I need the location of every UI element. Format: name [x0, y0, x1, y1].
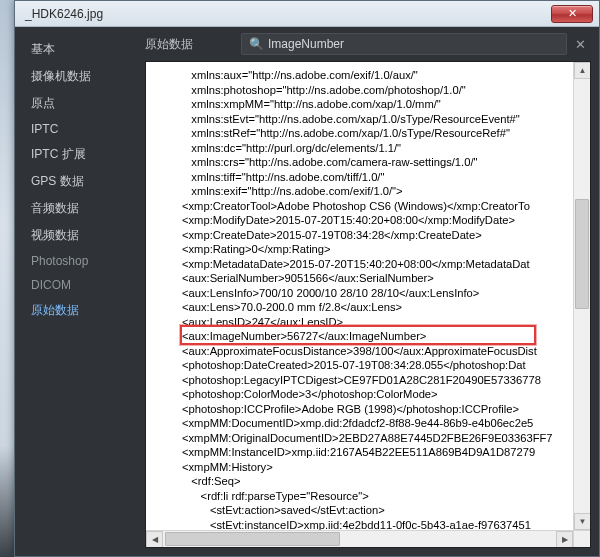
sidebar-label: IPTC — [31, 122, 58, 136]
sidebar-label: 视频数据 — [31, 228, 79, 242]
vscroll-track[interactable] — [574, 79, 590, 513]
window-body: 基本 摄像机数据 原点 IPTC IPTC 扩展 GPS 数据 音频数据 视频数… — [15, 27, 599, 556]
sidebar-item-photoshop[interactable]: Photoshop — [25, 250, 137, 272]
window-title: _HDK6246.jpg — [21, 7, 551, 21]
sidebar-item-video[interactable]: 视频数据 — [25, 223, 137, 248]
sidebar-item-iptc[interactable]: IPTC — [25, 118, 137, 140]
scroll-down-button[interactable]: ▼ — [574, 513, 590, 530]
content-frame: xmlns:aux="http://ns.adobe.com/exif/1.0/… — [145, 61, 591, 548]
scroll-left-button[interactable]: ◀ — [146, 531, 163, 547]
main-panel: 原始数据 🔍 ✕ xmlns:aux="http://ns.adobe.com/… — [137, 27, 599, 556]
hscroll-track[interactable] — [163, 531, 556, 547]
titlebar[interactable]: _HDK6246.jpg ✕ — [15, 1, 599, 27]
sidebar-label: 原点 — [31, 96, 55, 110]
scroll-corner — [573, 530, 590, 547]
sidebar: 基本 摄像机数据 原点 IPTC IPTC 扩展 GPS 数据 音频数据 视频数… — [15, 27, 137, 556]
content-scroll[interactable]: xmlns:aux="http://ns.adobe.com/exif/1.0/… — [146, 62, 590, 547]
main-header: 原始数据 🔍 ✕ — [137, 27, 599, 61]
filter-input[interactable] — [241, 33, 567, 55]
sidebar-item-iptc-ext[interactable]: IPTC 扩展 — [25, 142, 137, 167]
sidebar-item-audio[interactable]: 音频数据 — [25, 196, 137, 221]
sidebar-label: DICOM — [31, 278, 71, 292]
horizontal-scrollbar[interactable]: ◀ ▶ — [146, 530, 573, 547]
filter-clear-button[interactable]: ✕ — [569, 33, 591, 55]
sidebar-item-rawdata[interactable]: 原始数据 — [25, 298, 137, 323]
filter-wrap: 🔍 — [241, 33, 567, 55]
sidebar-label: 基本 — [31, 42, 55, 56]
metadata-window: _HDK6246.jpg ✕ 基本 摄像机数据 原点 IPTC IPTC 扩展 … — [14, 0, 600, 557]
close-icon: ✕ — [575, 37, 586, 52]
scroll-up-button[interactable]: ▲ — [574, 62, 590, 79]
close-icon: ✕ — [568, 7, 577, 20]
sidebar-item-origin[interactable]: 原点 — [25, 91, 137, 116]
sidebar-label: 摄像机数据 — [31, 69, 91, 83]
sidebar-label: 音频数据 — [31, 201, 79, 215]
hscroll-thumb[interactable] — [165, 532, 340, 546]
sidebar-label: 原始数据 — [31, 303, 79, 317]
panel-title: 原始数据 — [145, 36, 241, 53]
sidebar-item-basic[interactable]: 基本 — [25, 37, 137, 62]
scroll-right-button[interactable]: ▶ — [556, 531, 573, 547]
raw-xml-text[interactable]: xmlns:aux="http://ns.adobe.com/exif/1.0/… — [146, 62, 590, 547]
vscroll-thumb[interactable] — [575, 199, 589, 309]
sidebar-label: IPTC 扩展 — [31, 147, 86, 161]
sidebar-label: Photoshop — [31, 254, 88, 268]
sidebar-label: GPS 数据 — [31, 174, 84, 188]
sidebar-item-dicom[interactable]: DICOM — [25, 274, 137, 296]
desktop-background: _HDK6246.jpg ✕ 基本 摄像机数据 原点 IPTC IPTC 扩展 … — [0, 0, 600, 557]
sidebar-item-gps[interactable]: GPS 数据 — [25, 169, 137, 194]
vertical-scrollbar[interactable]: ▲ ▼ — [573, 62, 590, 530]
sidebar-item-camera[interactable]: 摄像机数据 — [25, 64, 137, 89]
window-close-button[interactable]: ✕ — [551, 5, 593, 23]
